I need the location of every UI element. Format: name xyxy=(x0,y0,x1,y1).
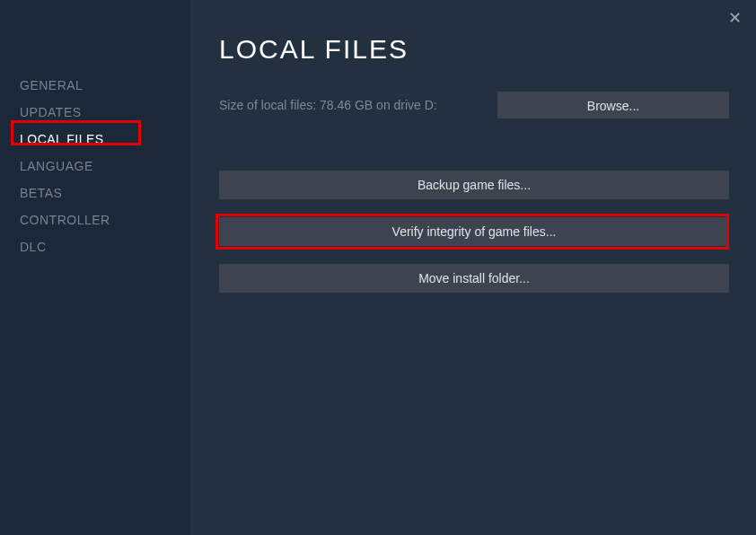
close-button[interactable]: ✕ xyxy=(725,9,743,27)
size-text: Size of local files: 78.46 GB on drive D… xyxy=(219,98,437,112)
browse-button[interactable]: Browse... xyxy=(497,92,729,118)
main-panel: ✕ LOCAL FILES Size of local files: 78.46… xyxy=(190,0,756,535)
close-icon: ✕ xyxy=(728,8,742,28)
sidebar-item-betas[interactable]: BETAS xyxy=(20,180,190,206)
sidebar-item-dlc[interactable]: DLC xyxy=(20,233,190,260)
sidebar-item-language[interactable]: LANGUAGE xyxy=(20,153,190,180)
size-row: Size of local files: 78.46 GB on drive D… xyxy=(219,92,729,118)
annotation-verify-highlight xyxy=(215,214,729,250)
sidebar: GENERAL UPDATES LOCAL FILES LANGUAGE BET… xyxy=(0,0,190,535)
annotation-sidebar-highlight xyxy=(11,120,141,145)
backup-button[interactable]: Backup game files... xyxy=(219,171,729,199)
sidebar-item-controller[interactable]: CONTROLLER xyxy=(20,206,190,233)
sidebar-item-general[interactable]: GENERAL xyxy=(20,72,190,99)
page-title: LOCAL FILES xyxy=(219,34,729,65)
buttons-block: Backup game files... Verify integrity of… xyxy=(219,171,729,311)
move-folder-button[interactable]: Move install folder... xyxy=(219,264,729,293)
